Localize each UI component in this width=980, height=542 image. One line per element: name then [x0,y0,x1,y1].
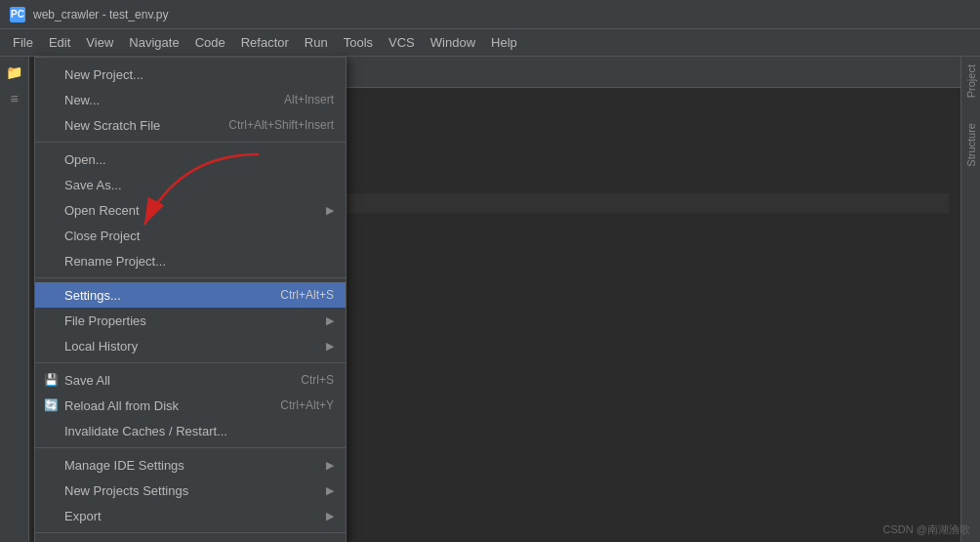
menu-item-local-history[interactable]: Local History ▶ [35,333,346,358]
save-icon: 💾 [43,373,59,387]
menu-item-new-project[interactable]: New Project... [35,62,346,87]
separator-1 [35,142,346,143]
menu-item-export[interactable]: Export ▶ [35,503,346,528]
file-menu-dropdown: New Project... New... Alt+Insert New Scr… [34,57,347,542]
menu-item-reload-all[interactable]: 🔄 Reload All from Disk Ctrl+Alt+Y [35,393,346,418]
menu-item-invalidate-caches[interactable]: Invalidate Caches / Restart... [35,418,346,443]
right-sidebar-project[interactable]: Project [961,57,981,105]
menu-item-open[interactable]: Open... [35,146,346,172]
menu-item-close-project[interactable]: Close Project [35,223,346,248]
separator-5 [35,532,346,533]
menu-item-manage-ide[interactable]: Manage IDE Settings ▶ [35,452,346,478]
menu-vcs[interactable]: VCS [381,31,423,54]
menu-item-open-recent[interactable]: Open Recent ▶ [35,197,346,223]
menu-item-new-scratch[interactable]: New Scratch File Ctrl+Alt+Shift+Insert [35,112,346,138]
reload-icon: 🔄 [43,398,59,412]
sidebar-project-icon[interactable]: 📁 [4,62,25,83]
menu-run[interactable]: Run [297,31,336,54]
menu-view[interactable]: View [78,31,121,54]
menu-item-file-properties[interactable]: File Properties ▶ [35,308,346,333]
menu-help[interactable]: Help [483,31,525,54]
menu-code[interactable]: Code [187,31,233,54]
menu-item-settings[interactable]: Settings... Ctrl+Alt+S [35,282,346,308]
menu-item-print[interactable]: 🖨 Print... [35,537,346,542]
menu-item-new-projects-settings[interactable]: New Projects Settings ▶ [35,478,346,503]
menu-window[interactable]: Window [423,31,483,54]
menu-tools[interactable]: Tools [336,31,381,54]
menu-edit[interactable]: Edit [41,31,78,54]
menu-refactor[interactable]: Refactor [233,31,297,54]
separator-2 [35,277,346,278]
main-layout: 📁 ≡ New Project... New... Alt+Insert New… [0,57,980,542]
right-sidebar: Project Structure [960,57,980,542]
title-bar: PC web_crawler - test_env.py [0,0,980,29]
menu-navigate[interactable]: Navigate [121,31,186,54]
watermark: CSDN @南湖渔歌 [883,522,970,537]
right-sidebar-structure[interactable]: Structure [961,115,981,175]
separator-4 [35,447,346,448]
menu-item-new[interactable]: New... Alt+Insert [35,87,346,112]
separator-3 [35,362,346,363]
menu-bar: File Edit View Navigate Code Refactor Ru… [0,29,980,57]
menu-file[interactable]: File [5,31,41,54]
menu-item-rename-project[interactable]: Rename Project... [35,248,346,273]
sidebar-structure-icon[interactable]: ≡ [4,88,25,109]
app-icon: PC [10,7,25,22]
window-title: web_crawler - test_env.py [33,8,169,21]
left-sidebar: 📁 ≡ [0,57,29,542]
menu-item-save-all[interactable]: 💾 Save All Ctrl+S [35,367,346,393]
menu-item-save-as[interactable]: Save As... [35,172,346,197]
